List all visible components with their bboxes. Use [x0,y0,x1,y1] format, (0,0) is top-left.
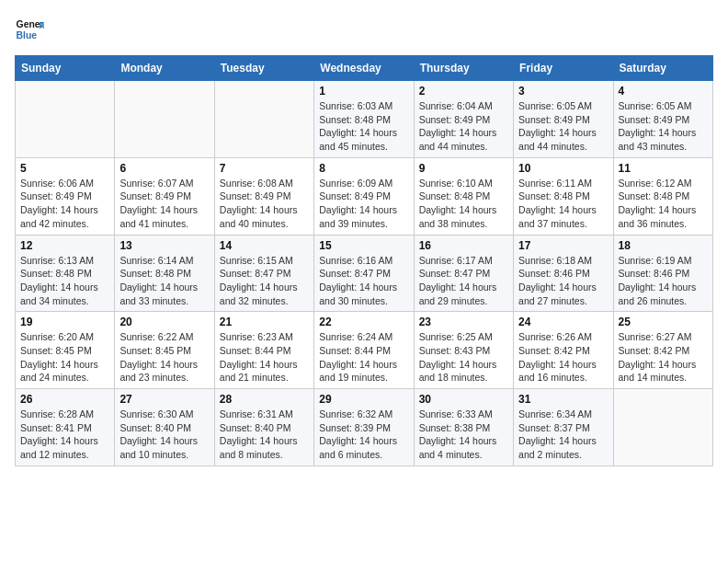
day-info: Sunrise: 6:22 AM Sunset: 8:45 PM Dayligh… [119,330,209,385]
calendar-cell: 9Sunrise: 6:10 AM Sunset: 8:48 PM Daylig… [414,157,513,235]
day-number: 4 [619,85,708,98]
day-info: Sunrise: 6:34 AM Sunset: 8:37 PM Dayligh… [518,408,608,462]
day-info: Sunrise: 6:32 AM Sunset: 8:39 PM Dayligh… [319,408,408,462]
day-number: 31 [518,393,608,406]
day-info: Sunrise: 6:26 AM Sunset: 8:42 PM Dayligh… [518,330,608,385]
day-number: 17 [518,239,608,252]
svg-text:Blue: Blue [17,30,38,40]
day-info: Sunrise: 6:24 AM Sunset: 8:44 PM Dayligh… [319,330,408,385]
calendar-cell: 2Sunrise: 6:04 AM Sunset: 8:49 PM Daylig… [414,81,513,158]
day-info: Sunrise: 6:17 AM Sunset: 8:47 PM Dayligh… [419,254,508,308]
calendar: SundayMondayTuesdayWednesdayThursdayFrid… [15,55,713,466]
day-number: 10 [518,162,608,175]
day-info: Sunrise: 6:31 AM Sunset: 8:40 PM Dayligh… [220,408,309,462]
calendar-week-row: 5Sunrise: 6:06 AM Sunset: 8:49 PM Daylig… [16,157,713,235]
calendar-cell: 27Sunrise: 6:30 AM Sunset: 8:40 PM Dayli… [115,389,214,466]
day-info: Sunrise: 6:05 AM Sunset: 8:49 PM Dayligh… [518,99,608,154]
day-info: Sunrise: 6:18 AM Sunset: 8:46 PM Dayligh… [518,254,608,308]
calendar-cell: 10Sunrise: 6:11 AM Sunset: 8:48 PM Dayli… [514,157,613,235]
calendar-cell: 4Sunrise: 6:05 AM Sunset: 8:49 PM Daylig… [613,81,712,158]
day-of-week-header: Thursday [414,56,513,81]
calendar-cell: 13Sunrise: 6:14 AM Sunset: 8:48 PM Dayli… [115,235,214,312]
calendar-cell [214,81,313,158]
day-info: Sunrise: 6:33 AM Sunset: 8:38 PM Dayligh… [419,408,508,462]
day-number: 20 [119,316,209,328]
calendar-cell: 15Sunrise: 6:16 AM Sunset: 8:47 PM Dayli… [314,235,414,312]
day-number: 13 [119,239,209,252]
calendar-cell: 8Sunrise: 6:09 AM Sunset: 8:49 PM Daylig… [314,157,414,235]
day-of-week-header: Tuesday [214,56,313,81]
calendar-cell: 26Sunrise: 6:28 AM Sunset: 8:41 PM Dayli… [16,389,115,466]
calendar-week-row: 19Sunrise: 6:20 AM Sunset: 8:45 PM Dayli… [16,312,713,389]
day-info: Sunrise: 6:11 AM Sunset: 8:48 PM Dayligh… [518,177,608,231]
calendar-cell: 29Sunrise: 6:32 AM Sunset: 8:39 PM Dayli… [314,389,414,466]
day-of-week-header: Saturday [613,56,712,81]
day-info: Sunrise: 6:04 AM Sunset: 8:49 PM Dayligh… [419,99,508,154]
day-info: Sunrise: 6:05 AM Sunset: 8:49 PM Dayligh… [619,99,708,154]
day-number: 23 [419,316,508,328]
day-info: Sunrise: 6:13 AM Sunset: 8:48 PM Dayligh… [20,254,109,308]
calendar-week-row: 12Sunrise: 6:13 AM Sunset: 8:48 PM Dayli… [16,235,713,312]
day-info: Sunrise: 6:16 AM Sunset: 8:47 PM Dayligh… [319,254,408,308]
calendar-cell [115,81,214,158]
day-number: 3 [518,85,608,98]
day-info: Sunrise: 6:30 AM Sunset: 8:40 PM Dayligh… [119,408,209,462]
day-info: Sunrise: 6:07 AM Sunset: 8:49 PM Dayligh… [119,177,209,231]
day-number: 1 [319,85,408,98]
day-info: Sunrise: 6:06 AM Sunset: 8:49 PM Dayligh… [20,177,109,231]
day-number: 26 [20,393,109,406]
day-number: 28 [220,393,309,406]
calendar-week-row: 26Sunrise: 6:28 AM Sunset: 8:41 PM Dayli… [16,389,713,466]
day-number: 15 [319,239,408,252]
day-number: 22 [319,316,408,328]
calendar-cell: 3Sunrise: 6:05 AM Sunset: 8:49 PM Daylig… [514,81,613,158]
day-info: Sunrise: 6:03 AM Sunset: 8:48 PM Dayligh… [319,99,408,154]
calendar-cell: 20Sunrise: 6:22 AM Sunset: 8:45 PM Dayli… [115,312,214,389]
day-info: Sunrise: 6:14 AM Sunset: 8:48 PM Dayligh… [119,254,209,308]
day-number: 9 [419,162,508,175]
day-number: 14 [220,239,309,252]
calendar-week-row: 1Sunrise: 6:03 AM Sunset: 8:48 PM Daylig… [16,81,713,158]
calendar-cell: 19Sunrise: 6:20 AM Sunset: 8:45 PM Dayli… [16,312,115,389]
day-info: Sunrise: 6:12 AM Sunset: 8:48 PM Dayligh… [619,177,708,231]
day-number: 12 [20,239,109,252]
calendar-cell: 23Sunrise: 6:25 AM Sunset: 8:43 PM Dayli… [414,312,513,389]
calendar-cell: 7Sunrise: 6:08 AM Sunset: 8:49 PM Daylig… [214,157,313,235]
day-number: 16 [419,239,508,252]
day-number: 24 [518,316,608,328]
calendar-cell: 1Sunrise: 6:03 AM Sunset: 8:48 PM Daylig… [314,81,414,158]
calendar-cell: 30Sunrise: 6:33 AM Sunset: 8:38 PM Dayli… [414,389,513,466]
logo-icon: General Blue [15,15,44,44]
day-number: 18 [619,239,708,252]
calendar-cell: 11Sunrise: 6:12 AM Sunset: 8:48 PM Dayli… [613,157,712,235]
calendar-cell: 6Sunrise: 6:07 AM Sunset: 8:49 PM Daylig… [115,157,214,235]
day-of-week-header: Wednesday [314,56,414,81]
day-info: Sunrise: 6:15 AM Sunset: 8:47 PM Dayligh… [220,254,309,308]
calendar-cell: 25Sunrise: 6:27 AM Sunset: 8:42 PM Dayli… [613,312,712,389]
day-info: Sunrise: 6:28 AM Sunset: 8:41 PM Dayligh… [20,408,109,462]
calendar-cell: 12Sunrise: 6:13 AM Sunset: 8:48 PM Dayli… [16,235,115,312]
calendar-cell: 28Sunrise: 6:31 AM Sunset: 8:40 PM Dayli… [214,389,313,466]
calendar-cell: 16Sunrise: 6:17 AM Sunset: 8:47 PM Dayli… [414,235,513,312]
calendar-cell: 18Sunrise: 6:19 AM Sunset: 8:46 PM Dayli… [613,235,712,312]
day-number: 29 [319,393,408,406]
day-of-week-header: Sunday [16,56,115,81]
day-number: 2 [419,85,508,98]
day-number: 21 [220,316,309,328]
day-info: Sunrise: 6:09 AM Sunset: 8:49 PM Dayligh… [319,177,408,231]
logo: General Blue [15,15,48,44]
calendar-cell: 31Sunrise: 6:34 AM Sunset: 8:37 PM Dayli… [514,389,613,466]
day-number: 27 [119,393,209,406]
page-header: General Blue [15,15,713,44]
day-info: Sunrise: 6:10 AM Sunset: 8:48 PM Dayligh… [419,177,508,231]
day-number: 11 [619,162,708,175]
calendar-header-row: SundayMondayTuesdayWednesdayThursdayFrid… [16,56,713,81]
calendar-cell: 14Sunrise: 6:15 AM Sunset: 8:47 PM Dayli… [214,235,313,312]
day-of-week-header: Friday [514,56,613,81]
day-info: Sunrise: 6:25 AM Sunset: 8:43 PM Dayligh… [419,330,508,385]
day-number: 19 [20,316,109,328]
day-info: Sunrise: 6:19 AM Sunset: 8:46 PM Dayligh… [619,254,708,308]
calendar-cell [16,81,115,158]
day-number: 8 [319,162,408,175]
day-info: Sunrise: 6:20 AM Sunset: 8:45 PM Dayligh… [20,330,109,385]
